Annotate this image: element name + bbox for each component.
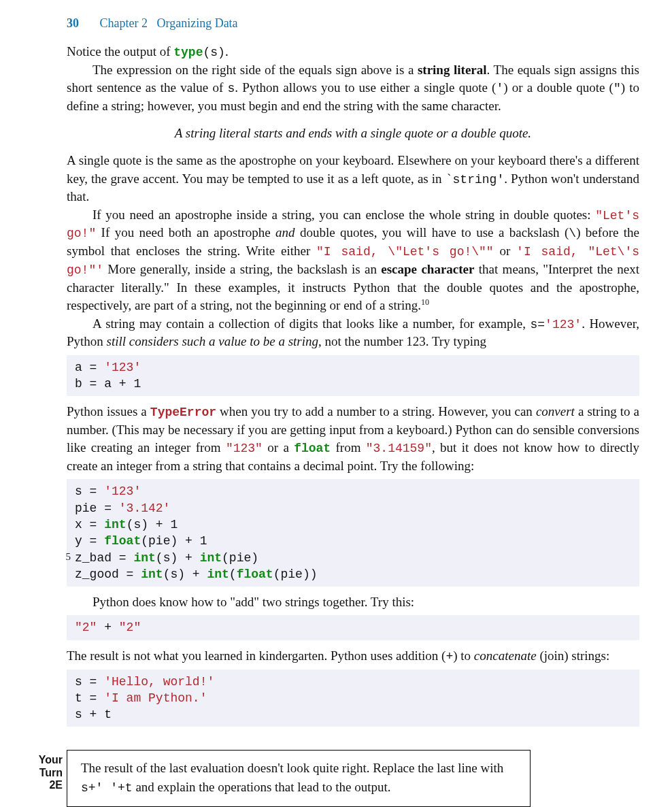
code-block-typeerror: a = '123' b = a + 1 [67,355,639,397]
code-block-conversions: s = '123' pie = '3.142' x = int(s) + 1 y… [67,479,639,587]
para-string-literal: The expression on the right side of the … [67,61,639,115]
footnote-ref-10[interactable]: 10 [421,297,429,307]
code-block-two-plus-two: "2" + "2" [67,615,639,640]
running-header: 30 Chapter 2 Organizing Data [67,16,639,31]
page: 30 Chapter 2 Organizing Data Notice the … [0,0,672,807]
your-turn-box: The result of the last evaluation doesn'… [67,750,531,807]
axiom-quote-rule: A string literal starts and ends with a … [67,125,639,142]
para-add-strings: Python does know how to "add" two string… [67,593,639,611]
page-number: 30 [67,16,79,30]
para-type-output: Notice the output of type(s). [67,43,639,61]
para-convert: Python issues a TypeError when you try t… [67,403,639,475]
para-concatenate: The result is not what you learned in ki… [67,647,639,665]
line-number-5: 5 [57,550,71,563]
para-escape-char: If you need an apostrophe inside a strin… [67,206,639,315]
your-turn-block: Your Turn 2E The result of the last eval… [67,750,639,807]
para-digit-string: A string may contain a collection of dig… [67,315,639,351]
para-grave-accent: A single quote is the same as the apostr… [67,152,639,205]
code-block-hello-world: s = 'Hello, world!' t = 'I am Python.' s… [67,670,639,727]
your-turn-text: The result of the last evaluation doesn'… [81,759,516,797]
chapter-label: Chapter 2 Organizing Data [100,16,238,30]
your-turn-label: Your Turn 2E [30,754,63,791]
